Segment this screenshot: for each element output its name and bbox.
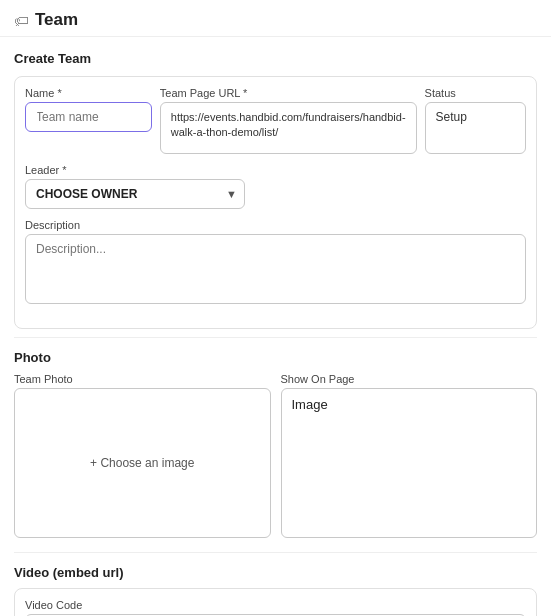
show-on-page-area: Show On Page Image xyxy=(281,373,538,538)
name-input[interactable] xyxy=(36,110,141,124)
show-on-page-label: Show On Page xyxy=(281,373,538,385)
leader-select-wrap[interactable]: CHOOSE OWNER ▼ xyxy=(25,179,245,209)
status-field-group: Status Setup xyxy=(425,87,526,154)
leader-field-group: Leader * CHOOSE OWNER ▼ xyxy=(25,164,526,209)
video-code-label: Video Code xyxy=(25,599,526,611)
url-value: https://events.handbid.com/fundraisers/h… xyxy=(160,102,417,154)
team-photo-label: Team Photo xyxy=(14,373,271,385)
create-team-box: Name * Team Page URL * https://events.ha… xyxy=(14,76,537,329)
divider-1 xyxy=(14,337,537,338)
create-team-section-title: Create Team xyxy=(14,51,537,66)
video-section: Video (embed url) Video Code xyxy=(14,565,537,616)
description-label: Description xyxy=(25,219,526,231)
photo-upload-button[interactable]: + Choose an image xyxy=(14,388,271,538)
video-box: Video Code xyxy=(14,588,537,616)
show-on-page-value: Image xyxy=(292,397,328,412)
main-content: Create Team Name * Team Page URL * https… xyxy=(0,37,551,616)
choose-image-label: + Choose an image xyxy=(90,456,194,470)
status-value: Setup xyxy=(425,102,526,154)
name-label: Name * xyxy=(25,87,152,99)
description-field-group: Description xyxy=(25,219,526,304)
status-text: Setup xyxy=(436,110,467,124)
status-label: Status xyxy=(425,87,526,99)
page-title: Team xyxy=(35,10,78,30)
url-field-group: Team Page URL * https://events.handbid.c… xyxy=(160,87,417,154)
name-field-group: Name * xyxy=(25,87,152,154)
description-input[interactable] xyxy=(25,234,526,304)
video-code-field-group: Video Code xyxy=(25,599,526,616)
show-on-page-box: Image xyxy=(281,388,538,538)
url-label: Team Page URL * xyxy=(160,87,417,99)
team-photo-area: Team Photo + Choose an image xyxy=(14,373,271,538)
name-input-box xyxy=(25,102,152,132)
photo-row: Team Photo + Choose an image Show On Pag… xyxy=(14,373,537,538)
leader-label: Leader * xyxy=(25,164,526,176)
page-header: 🏷 Team xyxy=(0,0,551,37)
leader-select[interactable]: CHOOSE OWNER xyxy=(25,179,245,209)
video-section-title: Video (embed url) xyxy=(14,565,537,580)
form-row-1: Name * Team Page URL * https://events.ha… xyxy=(25,87,526,154)
team-icon: 🏷 xyxy=(14,12,29,29)
divider-2 xyxy=(14,552,537,553)
photo-section-title: Photo xyxy=(14,350,537,365)
